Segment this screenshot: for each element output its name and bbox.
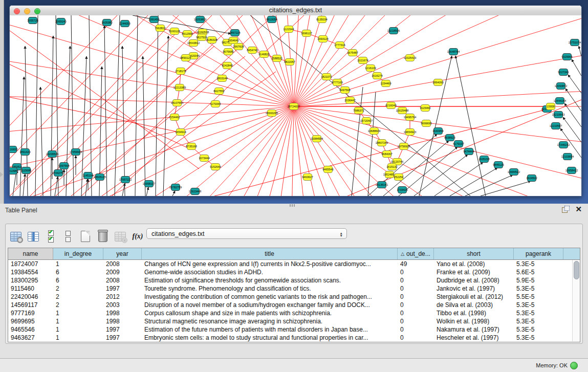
- network-node[interactable]: 7254462: [169, 114, 180, 121]
- network-node[interactable]: 1170065: [210, 101, 221, 107]
- network-node[interactable]: 9152644: [210, 164, 221, 170]
- network-node[interactable]: 8135034: [316, 16, 327, 23]
- table-row[interactable]: 977716911998Corpus callosum shape and si…: [8, 309, 580, 317]
- network-node[interactable]: 1615132: [386, 164, 397, 170]
- network-node[interactable]: 1696127: [301, 30, 312, 37]
- network-node[interactable]: 8427552: [213, 88, 224, 95]
- network-node[interactable]: 1891420: [19, 149, 30, 156]
- network-node[interactable]: 9845126: [493, 162, 504, 168]
- network-node[interactable]: 9465546: [322, 166, 333, 173]
- network-node[interactable]: 1115686: [21, 167, 32, 174]
- network-node[interactable]: 9684067: [381, 151, 392, 158]
- network-node[interactable]: 1640954: [432, 128, 443, 135]
- network-node[interactable]: 9397568: [58, 163, 69, 169]
- network-node[interactable]: 9115460: [420, 105, 430, 112]
- network-node[interactable]: 1605380: [101, 19, 112, 26]
- network-node[interactable]: 17359934: [70, 149, 82, 156]
- network-node[interactable]: 6822057: [284, 59, 295, 65]
- table-row[interactable]: 946362711997Embryonic stem cells: a mode…: [8, 334, 580, 342]
- table-row[interactable]: 1872400712008Changes of HCN gene express…: [8, 260, 580, 268]
- network-node[interactable]: 12213389: [173, 84, 186, 91]
- network-node[interactable]: 18300295: [266, 110, 278, 117]
- network-node[interactable]: 2520655: [10, 146, 18, 153]
- network-node[interactable]: 16958107: [143, 181, 155, 187]
- new-document-icon[interactable]: [79, 230, 92, 243]
- select-column-icon[interactable]: [27, 230, 39, 243]
- table-settings-icon[interactable]: [10, 230, 22, 243]
- scrollbar-thumb[interactable]: [574, 261, 579, 279]
- network-node[interactable]: 14136141: [376, 182, 388, 188]
- network-node[interactable]: 1924502: [526, 175, 537, 182]
- network-node[interactable]: 18807249: [376, 140, 388, 146]
- network-node[interactable]: 1154469: [380, 80, 391, 87]
- network-node[interactable]: 10025488: [396, 107, 408, 114]
- network-node[interactable]: 7857224: [229, 30, 240, 36]
- network-node[interactable]: 9242848: [222, 62, 232, 69]
- close-icon[interactable]: ✕: [575, 206, 582, 213]
- network-node[interactable]: 17342757: [52, 170, 64, 177]
- network-node[interactable]: 16210643: [552, 112, 564, 118]
- network-node[interactable]: 12210597: [550, 123, 562, 129]
- network-node[interactable]: 2803144: [216, 75, 227, 82]
- network-node[interactable]: 10684522: [508, 169, 520, 176]
- network-node[interactable]: 9699695: [421, 120, 431, 127]
- network-node[interactable]: 16648784: [447, 49, 460, 55]
- network-node[interactable]: 7963822: [155, 25, 165, 32]
- network-node[interactable]: 2718176: [175, 68, 186, 75]
- network-node[interactable]: 1391456: [148, 16, 159, 23]
- network-node[interactable]: 18724007: [288, 103, 300, 110]
- network-node[interactable]: 7986372: [353, 107, 364, 114]
- network-node[interactable]: 3055726: [27, 17, 38, 24]
- table-row[interactable]: 946554611997Estimation of the future num…: [8, 325, 580, 334]
- network-node[interactable]: 17957222: [119, 177, 132, 183]
- network-node[interactable]: 1673444: [199, 155, 209, 162]
- network-node[interactable]: 8160128: [169, 28, 180, 35]
- network-node[interactable]: 19654923: [404, 129, 416, 136]
- rows-icon[interactable]: [62, 230, 74, 243]
- network-node[interactable]: 2244053: [119, 20, 130, 27]
- memory-ok-icon[interactable]: [570, 362, 578, 369]
- network-node[interactable]: 2967608: [233, 43, 244, 50]
- network-node[interactable]: 19756928: [398, 143, 410, 150]
- network-node[interactable]: 2036447: [344, 97, 355, 104]
- network-node[interactable]: 6216049: [385, 102, 396, 109]
- network-node[interactable]: 16782759: [169, 184, 182, 191]
- network-node[interactable]: 1733426: [397, 187, 407, 193]
- network-canvas[interactable]: 3055726206914016053802244053139145616053…: [10, 15, 581, 196]
- network-node[interactable]: 12444154: [554, 98, 566, 104]
- column-header-year[interactable]: year: [103, 248, 142, 259]
- network-node[interactable]: 1993124: [317, 36, 328, 42]
- network-node[interactable]: 20206536: [46, 151, 58, 158]
- checklist-icon[interactable]: [45, 230, 57, 243]
- delete-icon[interactable]: [97, 230, 109, 243]
- network-window-titlebar[interactable]: citations_edges.txt: [10, 6, 581, 16]
- network-node[interactable]: 9146821: [258, 51, 269, 58]
- column-header-pagerank[interactable]: pagerank: [514, 248, 563, 259]
- network-node[interactable]: 1864093: [432, 79, 443, 86]
- table-selector-dropdown[interactable]: citations_edges.txt ▲ ▼: [146, 228, 347, 239]
- network-node[interactable]: 1777316: [334, 42, 345, 49]
- network-node[interactable]: 12103654: [561, 154, 574, 160]
- network-node[interactable]: 9227341: [558, 69, 569, 76]
- network-node[interactable]: 1675487: [347, 50, 358, 56]
- network-node[interactable]: 10688609: [368, 128, 380, 135]
- float-window-icon[interactable]: [562, 206, 569, 213]
- network-node[interactable]: 10958422: [565, 167, 578, 174]
- delete-table-icon[interactable]: x: [114, 230, 126, 243]
- network-node[interactable]: 12923448: [189, 188, 201, 195]
- network-node[interactable]: 3913986: [10, 168, 18, 174]
- table-row[interactable]: 911546021997Tourette syndrome. Phenomeno…: [8, 285, 580, 293]
- network-node[interactable]: 8912954: [182, 31, 192, 37]
- network-node[interactable]: 9890127: [180, 55, 191, 61]
- network-node[interactable]: 1121544: [283, 26, 294, 33]
- network-node[interactable]: 8938923: [444, 135, 455, 141]
- table-row[interactable]: 1456911722003Disruption of a novel membe…: [8, 301, 580, 309]
- network-node[interactable]: 1616274: [372, 73, 382, 79]
- network-node[interactable]: 1588520: [271, 55, 282, 62]
- network-node[interactable]: 8186328: [206, 37, 217, 43]
- network-node[interactable]: 8454749: [247, 47, 257, 54]
- network-node[interactable]: 15958: [547, 103, 555, 110]
- network-node[interactable]: 6497568: [339, 87, 350, 94]
- column-header-indegree[interactable]: in_degree: [53, 248, 103, 259]
- network-node[interactable]: 1954640: [228, 37, 238, 44]
